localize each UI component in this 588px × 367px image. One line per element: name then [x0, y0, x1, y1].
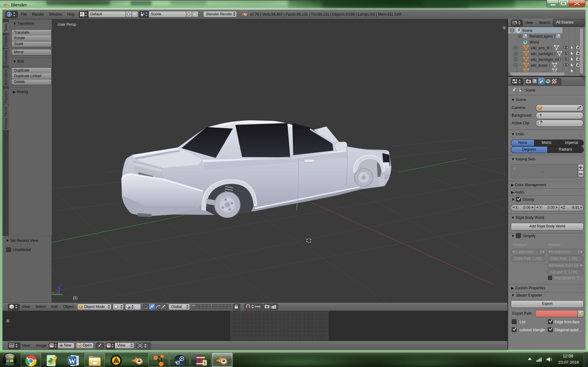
svg-text:etki_boost: etki_boost	[531, 63, 548, 68]
svg-text:Create: Create	[4, 36, 8, 47]
svg-text:etki_backlight: etki_backlight	[531, 52, 553, 56]
svg-text:Grease Pencil: Grease Pencil	[4, 107, 8, 129]
svg-text:|: |	[549, 63, 550, 67]
svg-text:y: y	[52, 291, 54, 294]
svg-text:|: |	[551, 46, 552, 50]
svg-text:W: W	[68, 357, 76, 365]
svg-text:Physics: Physics	[4, 91, 8, 103]
svg-text:z: z	[60, 283, 62, 286]
svg-text:|: |	[560, 57, 561, 62]
svg-text:x: x	[56, 288, 58, 292]
svg-text:Relations: Relations	[4, 50, 8, 65]
svg-text:etki_backlight_int: etki_backlight_int	[531, 58, 559, 62]
svg-text:Animation: Animation	[4, 70, 8, 85]
svg-text:etki_arm_R: etki_arm_R	[531, 46, 550, 50]
svg-text:Tools: Tools	[4, 24, 8, 32]
svg-text:|: |	[555, 51, 556, 56]
